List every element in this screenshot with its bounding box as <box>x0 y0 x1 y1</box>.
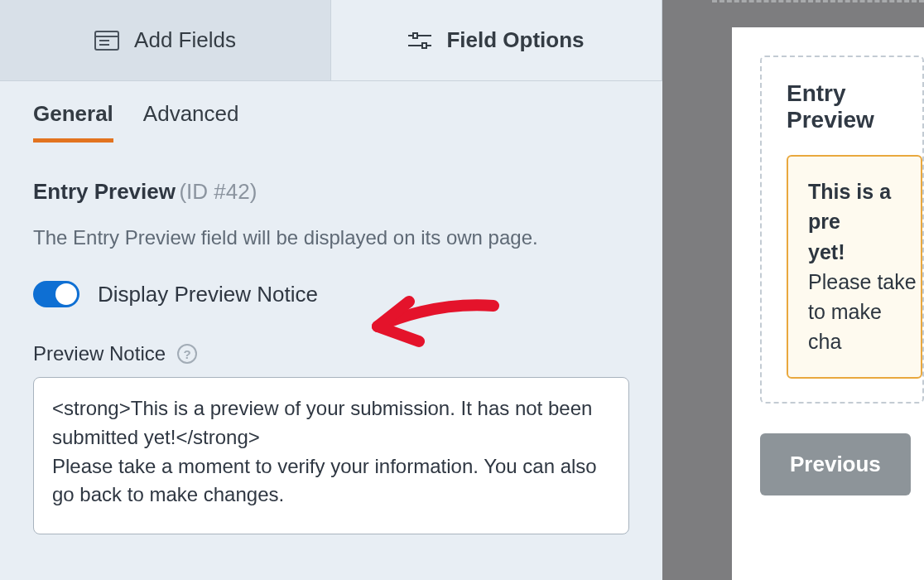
preview-notice-textarea[interactable] <box>33 377 629 534</box>
tab-field-options[interactable]: Field Options <box>331 0 662 80</box>
panel-divider <box>662 0 712 580</box>
help-icon[interactable]: ? <box>177 344 197 364</box>
entry-preview-container: Entry Preview This is a pre yet! Please … <box>760 56 924 404</box>
form-icon <box>94 31 119 51</box>
section-heading: Entry Preview (ID #42) <box>33 179 629 205</box>
sliders-icon <box>408 31 431 51</box>
svg-rect-7 <box>422 43 426 48</box>
tab-add-fields[interactable]: Add Fields <box>0 0 331 80</box>
display-preview-notice-label: Display Preview Notice <box>98 282 318 307</box>
section-id: (ID #42) <box>179 179 257 204</box>
notice-line1: Please take <box>808 267 921 297</box>
entry-preview-title: Entry Preview <box>787 80 922 133</box>
notice-line2: to make cha <box>808 297 921 357</box>
notice-bold-line1: This is a pre <box>808 176 921 237</box>
subtab-general[interactable]: General <box>33 101 113 143</box>
subtab-advanced[interactable]: Advanced <box>143 101 239 143</box>
preview-notice-box: This is a pre yet! Please take to make c… <box>787 155 922 379</box>
previous-button[interactable]: Previous <box>760 433 911 495</box>
tab-add-fields-label: Add Fields <box>134 27 236 53</box>
section-description: The Entry Preview field will be displaye… <box>33 226 629 249</box>
display-preview-notice-toggle[interactable] <box>33 281 79 307</box>
svg-rect-6 <box>413 33 417 38</box>
section-title: Entry Preview <box>33 179 176 204</box>
tab-field-options-label: Field Options <box>446 27 584 53</box>
notice-bold-line2: yet! <box>808 237 921 267</box>
preview-notice-label: Preview Notice <box>33 342 166 365</box>
